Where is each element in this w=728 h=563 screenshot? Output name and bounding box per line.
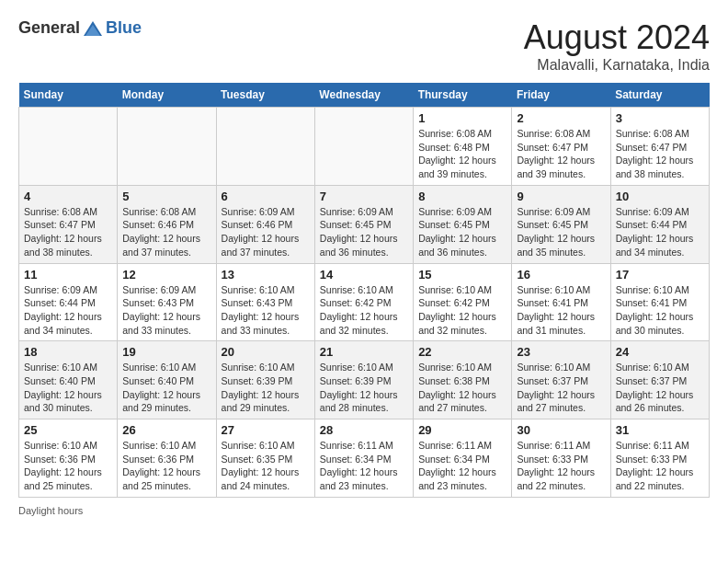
day-info: Sunrise: 6:09 AM Sunset: 6:45 PM Dayligh…: [517, 205, 605, 259]
day-number: 10: [616, 190, 704, 203]
logo: General Blue: [18, 18, 142, 38]
day-number: 28: [320, 423, 408, 437]
day-number: 5: [122, 190, 210, 203]
day-number: 14: [320, 268, 408, 282]
day-number: 1: [418, 111, 506, 125]
calendar-cell: 30Sunrise: 6:11 AM Sunset: 6:33 PM Dayli…: [512, 419, 610, 498]
calendar-cell: 29Sunrise: 6:11 AM Sunset: 6:34 PM Dayli…: [414, 419, 512, 498]
day-number: 15: [418, 268, 506, 282]
day-info: Sunrise: 6:10 AM Sunset: 6:42 PM Dayligh…: [320, 283, 408, 338]
day-header-wednesday: Wednesday: [314, 83, 413, 108]
calendar-week-row: 4Sunrise: 6:08 AM Sunset: 6:47 PM Daylig…: [19, 185, 710, 263]
day-info: Sunrise: 6:11 AM Sunset: 6:34 PM Dayligh…: [320, 439, 408, 493]
day-number: 26: [122, 423, 210, 437]
calendar-week-row: 18Sunrise: 6:10 AM Sunset: 6:40 PM Dayli…: [19, 341, 710, 419]
location: Malavalli, Karnataka, India: [524, 57, 710, 74]
day-number: 31: [616, 423, 704, 437]
calendar-cell: 9Sunrise: 6:09 AM Sunset: 6:45 PM Daylig…: [512, 185, 610, 263]
day-number: 11: [24, 268, 112, 282]
day-info: Sunrise: 6:10 AM Sunset: 6:36 PM Dayligh…: [122, 439, 210, 493]
day-number: 17: [616, 268, 704, 282]
calendar-cell: 11Sunrise: 6:09 AM Sunset: 6:44 PM Dayli…: [19, 263, 118, 341]
logo-blue: Blue: [106, 18, 142, 38]
calendar-cell: 5Sunrise: 6:08 AM Sunset: 6:46 PM Daylig…: [118, 185, 216, 263]
calendar-cell: [216, 108, 314, 186]
day-header-friday: Friday: [512, 83, 610, 108]
calendar-cell: 25Sunrise: 6:10 AM Sunset: 6:36 PM Dayli…: [19, 419, 118, 498]
calendar-week-row: 1Sunrise: 6:08 AM Sunset: 6:48 PM Daylig…: [19, 108, 710, 186]
day-info: Sunrise: 6:10 AM Sunset: 6:41 PM Dayligh…: [517, 283, 605, 338]
day-header-sunday: Sunday: [19, 83, 118, 108]
calendar-cell: 8Sunrise: 6:09 AM Sunset: 6:45 PM Daylig…: [414, 185, 512, 263]
day-number: 2: [517, 111, 605, 125]
day-info: Sunrise: 6:10 AM Sunset: 6:39 PM Dayligh…: [320, 361, 408, 415]
day-header-monday: Monday: [118, 83, 216, 108]
day-info: Sunrise: 6:11 AM Sunset: 6:34 PM Dayligh…: [418, 439, 506, 493]
page-header: General Blue August 2024 Malavalli, Karn…: [18, 18, 710, 74]
day-info: Sunrise: 6:09 AM Sunset: 6:45 PM Dayligh…: [320, 205, 408, 259]
day-info: Sunrise: 6:10 AM Sunset: 6:40 PM Dayligh…: [122, 361, 210, 415]
day-number: 27: [222, 423, 310, 437]
day-info: Sunrise: 6:08 AM Sunset: 6:47 PM Dayligh…: [616, 127, 704, 181]
footer-note: Daylight hours: [18, 505, 710, 516]
calendar-cell: 22Sunrise: 6:10 AM Sunset: 6:38 PM Dayli…: [414, 341, 512, 419]
calendar-cell: [19, 108, 118, 186]
day-number: 12: [122, 268, 210, 282]
calendar-cell: 21Sunrise: 6:10 AM Sunset: 6:39 PM Dayli…: [314, 341, 413, 419]
day-number: 16: [517, 268, 605, 282]
calendar-cell: 13Sunrise: 6:10 AM Sunset: 6:43 PM Dayli…: [216, 263, 314, 341]
day-info: Sunrise: 6:09 AM Sunset: 6:45 PM Dayligh…: [418, 205, 506, 259]
month-title: August 2024: [524, 18, 710, 57]
day-number: 23: [517, 345, 605, 359]
day-info: Sunrise: 6:10 AM Sunset: 6:36 PM Dayligh…: [24, 439, 112, 493]
calendar-cell: 10Sunrise: 6:09 AM Sunset: 6:44 PM Dayli…: [610, 185, 709, 263]
calendar-week-row: 11Sunrise: 6:09 AM Sunset: 6:44 PM Dayli…: [19, 263, 710, 341]
calendar-cell: 12Sunrise: 6:09 AM Sunset: 6:43 PM Dayli…: [118, 263, 216, 341]
day-info: Sunrise: 6:09 AM Sunset: 6:44 PM Dayligh…: [616, 205, 704, 259]
calendar-cell: 16Sunrise: 6:10 AM Sunset: 6:41 PM Dayli…: [512, 263, 610, 341]
day-info: Sunrise: 6:10 AM Sunset: 6:43 PM Dayligh…: [222, 283, 310, 338]
day-number: 24: [616, 345, 704, 359]
calendar-cell: [314, 108, 413, 186]
calendar-cell: 4Sunrise: 6:08 AM Sunset: 6:47 PM Daylig…: [19, 185, 118, 263]
day-number: 4: [24, 190, 112, 203]
logo-icon: [82, 19, 104, 38]
day-header-thursday: Thursday: [414, 83, 512, 108]
calendar-week-row: 25Sunrise: 6:10 AM Sunset: 6:36 PM Dayli…: [19, 419, 710, 498]
day-header-tuesday: Tuesday: [216, 83, 314, 108]
day-info: Sunrise: 6:08 AM Sunset: 6:46 PM Dayligh…: [122, 205, 210, 259]
day-number: 7: [320, 190, 408, 203]
calendar-cell: 3Sunrise: 6:08 AM Sunset: 6:47 PM Daylig…: [610, 108, 709, 186]
day-info: Sunrise: 6:10 AM Sunset: 6:41 PM Dayligh…: [616, 283, 704, 338]
day-number: 6: [222, 190, 310, 203]
day-info: Sunrise: 6:10 AM Sunset: 6:39 PM Dayligh…: [222, 361, 310, 415]
day-info: Sunrise: 6:11 AM Sunset: 6:33 PM Dayligh…: [616, 439, 704, 493]
day-info: Sunrise: 6:09 AM Sunset: 6:46 PM Dayligh…: [222, 205, 310, 259]
calendar-cell: 7Sunrise: 6:09 AM Sunset: 6:45 PM Daylig…: [314, 185, 413, 263]
day-number: 20: [222, 345, 310, 359]
day-number: 21: [320, 345, 408, 359]
calendar-cell: 2Sunrise: 6:08 AM Sunset: 6:47 PM Daylig…: [512, 108, 610, 186]
day-info: Sunrise: 6:10 AM Sunset: 6:38 PM Dayligh…: [418, 361, 506, 415]
day-info: Sunrise: 6:08 AM Sunset: 6:48 PM Dayligh…: [418, 127, 506, 181]
calendar-cell: 15Sunrise: 6:10 AM Sunset: 6:42 PM Dayli…: [414, 263, 512, 341]
day-number: 9: [517, 190, 605, 203]
calendar-header-row: SundayMondayTuesdayWednesdayThursdayFrid…: [19, 83, 710, 108]
day-info: Sunrise: 6:08 AM Sunset: 6:47 PM Dayligh…: [24, 205, 112, 259]
day-info: Sunrise: 6:09 AM Sunset: 6:43 PM Dayligh…: [122, 283, 210, 338]
calendar-cell: 17Sunrise: 6:10 AM Sunset: 6:41 PM Dayli…: [610, 263, 709, 341]
calendar-cell: 28Sunrise: 6:11 AM Sunset: 6:34 PM Dayli…: [314, 419, 413, 498]
calendar-cell: 20Sunrise: 6:10 AM Sunset: 6:39 PM Dayli…: [216, 341, 314, 419]
day-number: 22: [418, 345, 506, 359]
day-info: Sunrise: 6:08 AM Sunset: 6:47 PM Dayligh…: [517, 127, 605, 181]
day-info: Sunrise: 6:10 AM Sunset: 6:35 PM Dayligh…: [222, 439, 310, 493]
calendar-cell: 27Sunrise: 6:10 AM Sunset: 6:35 PM Dayli…: [216, 419, 314, 498]
calendar-cell: 19Sunrise: 6:10 AM Sunset: 6:40 PM Dayli…: [118, 341, 216, 419]
calendar-cell: 24Sunrise: 6:10 AM Sunset: 6:37 PM Dayli…: [610, 341, 709, 419]
calendar-cell: 18Sunrise: 6:10 AM Sunset: 6:40 PM Dayli…: [19, 341, 118, 419]
calendar-cell: 6Sunrise: 6:09 AM Sunset: 6:46 PM Daylig…: [216, 185, 314, 263]
calendar-cell: 23Sunrise: 6:10 AM Sunset: 6:37 PM Dayli…: [512, 341, 610, 419]
day-info: Sunrise: 6:10 AM Sunset: 6:37 PM Dayligh…: [517, 361, 605, 415]
day-number: 25: [24, 423, 112, 437]
calendar-cell: 1Sunrise: 6:08 AM Sunset: 6:48 PM Daylig…: [414, 108, 512, 186]
